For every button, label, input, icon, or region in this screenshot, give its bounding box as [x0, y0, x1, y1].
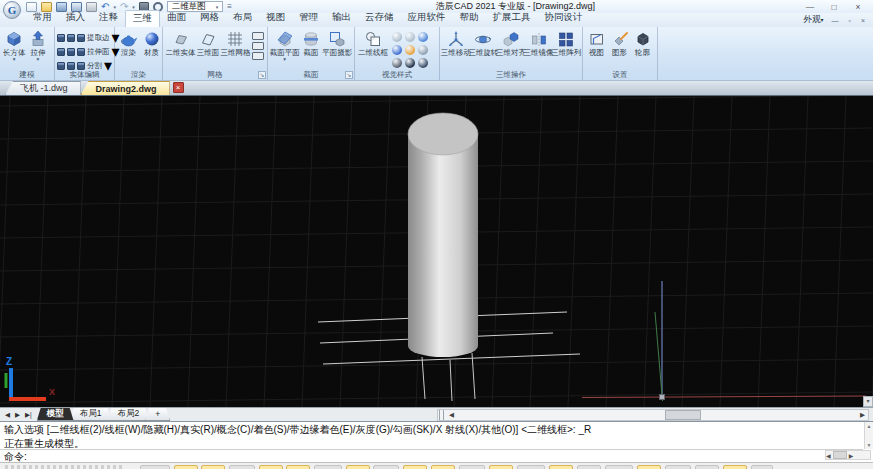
- visual-style-swatch-icon[interactable]: [418, 32, 428, 42]
- status-toggle-button[interactable]: [346, 465, 370, 469]
- ribbon-tab-云存储[interactable]: 云存储: [358, 10, 401, 27]
- status-toggle-button[interactable]: [403, 465, 427, 469]
- ribbon-tab-三维[interactable]: 三维: [125, 10, 160, 27]
- status-toggle-button[interactable]: [489, 465, 513, 469]
- close-button[interactable]: ×: [847, 1, 869, 13]
- construction-line[interactable]: [472, 353, 475, 399]
- command-scrollbar[interactable]: ▲▼: [864, 422, 873, 449]
- grip-point[interactable]: [660, 395, 665, 400]
- view-button[interactable]: 视图: [585, 29, 608, 57]
- wireframe-2d-button[interactable]: 二维线框: [357, 29, 389, 57]
- mesh-3d-button[interactable]: 三维网格: [220, 29, 251, 57]
- rotate-3d-button[interactable]: 三维旋转: [470, 29, 498, 57]
- solid-edit-icon[interactable]: [77, 34, 85, 42]
- status-toggle-button[interactable]: [373, 465, 399, 469]
- status-toggle-button[interactable]: [140, 465, 170, 469]
- status-toggle-button[interactable]: [229, 465, 255, 469]
- viewport-scroll-down-icon[interactable]: ▾: [863, 396, 873, 407]
- redo-dropdown-icon[interactable]: ▾: [132, 4, 135, 10]
- solid-edit-icon[interactable]: [67, 34, 75, 42]
- scroll-up-icon[interactable]: ▲: [867, 423, 872, 429]
- flatshot-button[interactable]: 平面摄影: [323, 29, 353, 57]
- render-button[interactable]: 渲染: [117, 29, 140, 57]
- construction-line[interactable]: [655, 312, 663, 401]
- construction-line[interactable]: [450, 360, 452, 401]
- mesh-mini-button[interactable]: [252, 32, 264, 40]
- cylinder-top-face[interactable]: [408, 113, 478, 155]
- visual-style-swatch-icon[interactable]: [418, 58, 428, 68]
- status-toggle-button[interactable]: [723, 465, 747, 469]
- mesh-dialog-launcher-icon[interactable]: ↘: [258, 71, 266, 79]
- status-toggle-button[interactable]: [605, 465, 633, 469]
- status-toggle-button[interactable]: [459, 465, 485, 469]
- scroll-right-icon[interactable]: ▶: [857, 411, 868, 419]
- status-toggle-button[interactable]: [637, 465, 661, 469]
- scroll-right-icon[interactable]: ▶: [849, 452, 854, 459]
- outline-button[interactable]: 轮廓: [631, 29, 654, 57]
- status-toggle-button[interactable]: [259, 465, 283, 469]
- extract-edge-button[interactable]: 提取边 ▾: [57, 31, 120, 44]
- app-logo[interactable]: G: [3, 1, 21, 19]
- mesh-mini-button[interactable]: [252, 52, 264, 60]
- visual-style-swatch-icon[interactable]: [392, 32, 402, 42]
- doc-close-button[interactable]: ×: [859, 17, 867, 24]
- section-dialog-launcher-icon[interactable]: ↘: [345, 71, 353, 79]
- status-toggle-button[interactable]: [695, 465, 719, 469]
- ribbon-tab-常用[interactable]: 常用: [26, 10, 59, 27]
- undo-dropdown-icon[interactable]: ▾: [113, 4, 116, 10]
- ribbon-tab-布局[interactable]: 布局: [226, 10, 259, 27]
- status-toggle-button[interactable]: [201, 465, 225, 469]
- ribbon-tab-应用软件[interactable]: 应用软件: [401, 10, 453, 27]
- construction-line[interactable]: [422, 357, 425, 399]
- appearance-button[interactable]: 外观▾: [803, 14, 823, 26]
- move-3d-button[interactable]: 三维移动: [442, 29, 470, 57]
- mesh-mini-button[interactable]: [252, 42, 264, 50]
- minimize-button[interactable]: —: [799, 1, 821, 13]
- solid-edit-icon[interactable]: [57, 34, 65, 42]
- ribbon-tab-网格[interactable]: 网格: [193, 10, 226, 27]
- ribbon-tab-输出[interactable]: 输出: [325, 10, 358, 27]
- solid-2d-button[interactable]: 二维实体: [165, 29, 196, 57]
- solid-edit-icon[interactable]: [57, 62, 65, 70]
- command-panel[interactable]: 输入选项 [二维线框(2)/线框(W)/隐藏(H)/真实(R)/概念(C)/着色…: [0, 421, 873, 462]
- scroll-left-icon[interactable]: ◀: [446, 411, 457, 419]
- ribbon-tab-注释[interactable]: 注释: [92, 10, 125, 27]
- status-toggle-button[interactable]: [174, 465, 198, 469]
- construction-line[interactable]: [582, 396, 866, 398]
- array-3d-button[interactable]: 三维阵列: [552, 29, 580, 57]
- status-toggle-button[interactable]: [431, 465, 455, 469]
- section-button[interactable]: 截面: [300, 29, 323, 57]
- visual-style-swatch-icon[interactable]: [392, 58, 402, 68]
- command-hscrollbar[interactable]: ◀▶: [825, 450, 871, 460]
- status-toggle-button[interactable]: [577, 465, 601, 469]
- layout-tab-+[interactable]: +: [145, 408, 170, 421]
- visual-style-swatch-icon[interactable]: [405, 58, 415, 68]
- solid-edit-icon[interactable]: [77, 48, 85, 56]
- mirror-3d-button[interactable]: 三维镜像: [525, 29, 553, 57]
- doc-tab-close-icon[interactable]: ×: [173, 82, 184, 93]
- graphics-button[interactable]: 图形: [608, 29, 631, 57]
- ribbon-tab-插入[interactable]: 插入: [59, 10, 92, 27]
- status-toggle-button[interactable]: [314, 465, 342, 469]
- scroll-down-icon[interactable]: ▼: [867, 442, 872, 448]
- status-toggle-button[interactable]: [517, 465, 545, 469]
- horizontal-scrollbar[interactable]: ◀ ▶: [437, 409, 869, 421]
- solid-edit-icon[interactable]: [67, 48, 75, 56]
- extrude-button[interactable]: 拉伸 ▾: [27, 29, 50, 61]
- align-3d-button[interactable]: 三维对齐: [497, 29, 525, 57]
- scroll-left-icon[interactable]: ◀: [826, 452, 831, 459]
- doc-restore-button[interactable]: ▫: [846, 17, 852, 24]
- solid-edit-icon[interactable]: [67, 62, 75, 70]
- status-toggle-button[interactable]: [286, 465, 310, 469]
- visual-style-swatch-icon[interactable]: [405, 45, 415, 55]
- solid-edit-icon[interactable]: [57, 48, 65, 56]
- box-button[interactable]: 长方体 ▾: [2, 29, 27, 61]
- visual-style-swatch-icon[interactable]: [392, 45, 402, 55]
- doc-tab-feiji[interactable]: 飞机 -1.dwg: [5, 81, 81, 95]
- layout-tab-布局1[interactable]: 布局1: [70, 408, 112, 421]
- scrollbar-thumb[interactable]: [833, 451, 847, 459]
- status-toggle-button[interactable]: [665, 465, 691, 469]
- ribbon-tab-协同设计[interactable]: 协同设计: [538, 10, 590, 27]
- command-input[interactable]: 命令:: [0, 449, 863, 463]
- doc-tab-drawing2[interactable]: Drawing2.dwg: [81, 81, 170, 95]
